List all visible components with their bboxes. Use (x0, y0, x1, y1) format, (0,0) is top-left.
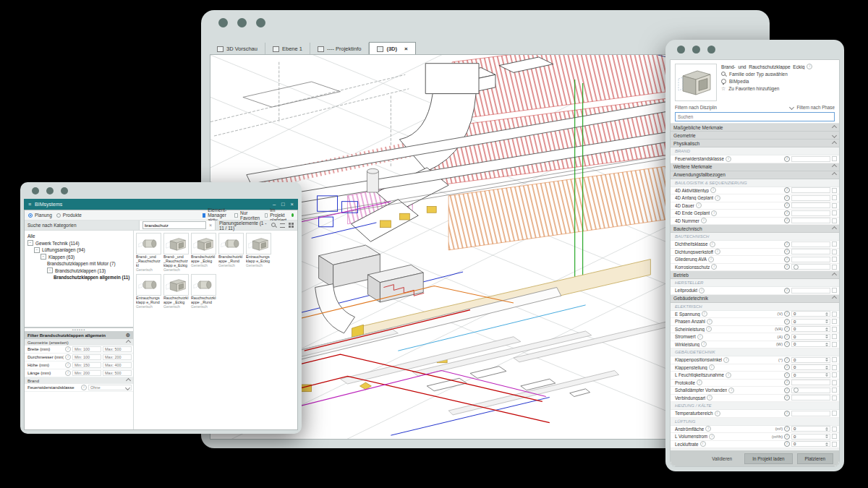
stepper-control[interactable] (825, 435, 828, 438)
close-icon[interactable]: × (291, 201, 294, 207)
filter-discipline-dropdown[interactable]: Filtern nach Disziplin (675, 105, 717, 110)
parameter-section[interactable]: Geometrie (671, 132, 839, 140)
value-field[interactable] (791, 257, 830, 262)
value-field[interactable] (791, 380, 830, 385)
override-checkbox[interactable] (832, 342, 837, 347)
stepper-control[interactable] (825, 328, 828, 331)
fireclass-dropdown[interactable]: Ohne (88, 385, 132, 390)
radio-produkte[interactable]: Produkte (56, 213, 82, 218)
override-checkbox[interactable] (832, 427, 837, 432)
validieren-button[interactable]: Validieren (704, 453, 740, 464)
override-checkbox[interactable] (832, 388, 837, 393)
override-checkbox[interactable] (832, 365, 837, 370)
value-field[interactable] (791, 187, 830, 193)
value-field[interactable]: 0 (791, 334, 830, 340)
value-field[interactable]: 0 (791, 364, 830, 370)
max-input[interactable]: Max: 200 (103, 354, 132, 360)
zoom-icon[interactable] (271, 223, 276, 228)
tab-ebene-1[interactable]: Ebene 1 (265, 43, 310, 55)
clear-search-icon[interactable]: × (209, 223, 212, 228)
min-input[interactable]: Min: 200 (72, 370, 101, 376)
override-checkbox[interactable] (832, 372, 837, 377)
override-checkbox[interactable] (832, 319, 837, 324)
max-input[interactable]: Max: 500 (103, 346, 132, 352)
value-field[interactable]: 0 (791, 357, 830, 363)
override-checkbox[interactable] (832, 265, 837, 270)
override-checkbox[interactable] (832, 357, 837, 362)
value-field[interactable] (791, 195, 830, 201)
stepper-control[interactable] (825, 320, 828, 323)
value-field[interactable] (791, 202, 830, 208)
tab--3d-[interactable]: (3D)× (369, 42, 415, 55)
override-checkbox[interactable] (832, 380, 837, 385)
tree-item[interactable]: −Brandschutzklappen (13) (25, 267, 133, 275)
parameter-search-input[interactable] (675, 112, 835, 121)
max-input[interactable]: Max: 500 (103, 370, 132, 376)
element-card[interactable]: Brand-_und _RauchschutzklGenerisch (136, 233, 161, 272)
value-field[interactable] (791, 210, 830, 216)
minimize-icon[interactable]: – (273, 201, 276, 207)
collapse-icon[interactable]: − (34, 247, 40, 253)
parameter-section[interactable]: Betrieb (671, 271, 839, 279)
collapse-icon[interactable]: − (27, 240, 33, 246)
parameter-section[interactable]: Weitere Merkmale (671, 163, 839, 171)
value-field[interactable] (791, 218, 830, 223)
value-field[interactable] (791, 249, 830, 254)
bimpedia-action[interactable]: BIMpedia (721, 79, 812, 84)
stepper-control[interactable] (825, 427, 828, 431)
stepper-control[interactable] (825, 312, 828, 316)
override-checkbox[interactable] (832, 195, 837, 200)
close-tab-icon[interactable]: × (404, 46, 408, 52)
element-card[interactable]: Entrauchungsklapp e_RundGenerisch (136, 274, 161, 309)
stepper-control[interactable] (825, 335, 828, 338)
element-card[interactable]: Entrauchungsklapp e_EckigGenerisch (246, 233, 271, 272)
tree-item[interactable]: Brandschutzklappen allgemein (11) (25, 274, 133, 281)
override-checkbox[interactable] (832, 156, 837, 161)
override-checkbox[interactable] (832, 395, 837, 401)
value-field[interactable]: 0 (791, 372, 830, 378)
value-field[interactable]: 0 (791, 426, 830, 432)
stepper-control[interactable] (825, 343, 828, 346)
min-input[interactable]: Min: 150 (72, 362, 101, 368)
sort-icon[interactable] (280, 223, 285, 228)
override-checkbox[interactable] (832, 218, 837, 223)
stepper-control[interactable] (825, 358, 828, 361)
add-favorite-action[interactable]: ☆ Zu Favoriten hinzufügen (721, 86, 812, 91)
value-field[interactable]: 0 (791, 434, 830, 440)
hamburger-icon[interactable]: ≡ (28, 202, 31, 207)
filter-phase-dropdown[interactable]: Filtern nach Phase (796, 105, 835, 110)
value-field[interactable]: 0 (791, 311, 830, 317)
override-checkbox[interactable] (832, 288, 837, 293)
tree-item[interactable]: −Lüftungsanlagen (94) (25, 247, 133, 254)
category-search-input[interactable] (142, 221, 206, 229)
value-field[interactable]: 0 (791, 326, 830, 332)
radio-toggle-icon[interactable] (793, 265, 799, 270)
tree-item[interactable]: Alle (25, 233, 133, 240)
parameter-section[interactable]: Bautechnisch (671, 225, 839, 233)
checkbox-nur-favoriten[interactable]: Nur Favoriten (234, 210, 260, 221)
max-input[interactable]: Max: 400 (103, 362, 132, 368)
override-checkbox[interactable] (832, 241, 837, 247)
tree-item[interactable]: −Gewerk Technik (114) (25, 240, 133, 247)
grid-view-icon[interactable] (289, 223, 294, 228)
min-input[interactable]: Min: 100 (72, 354, 101, 360)
maximize-icon[interactable]: □ (281, 201, 285, 207)
value-field[interactable] (791, 388, 830, 393)
tab-3d-vorschau[interactable]: 3D Vorschau (210, 43, 265, 55)
override-checkbox[interactable] (832, 312, 837, 317)
element-card[interactable]: Brandschutzklappe _RundGenerisch (218, 233, 244, 272)
value-field[interactable]: 0 (791, 441, 830, 447)
value-field[interactable] (791, 241, 830, 247)
stepper-control[interactable] (825, 442, 828, 446)
collapse-icon[interactable]: − (47, 267, 53, 273)
stepper-control[interactable] (825, 366, 828, 369)
parameter-section[interactable]: Physikalisch (671, 140, 839, 147)
tree-item[interactable]: Brandschutzklappen mit Motor (7) (25, 260, 133, 267)
value-field[interactable] (791, 411, 830, 416)
element-card[interactable]: Rauchschutzklappe _EckigGenerisch (163, 274, 189, 309)
gear-icon[interactable]: ⚙ (126, 333, 130, 338)
filter-section-brand[interactable]: Brand (25, 377, 133, 384)
in-projekt-laden-button[interactable]: In Projekt laden (744, 453, 792, 464)
element-card[interactable]: Brandschutzklappe _EckigGenerisch (191, 233, 216, 272)
radio-toggle-icon[interactable] (793, 388, 799, 393)
